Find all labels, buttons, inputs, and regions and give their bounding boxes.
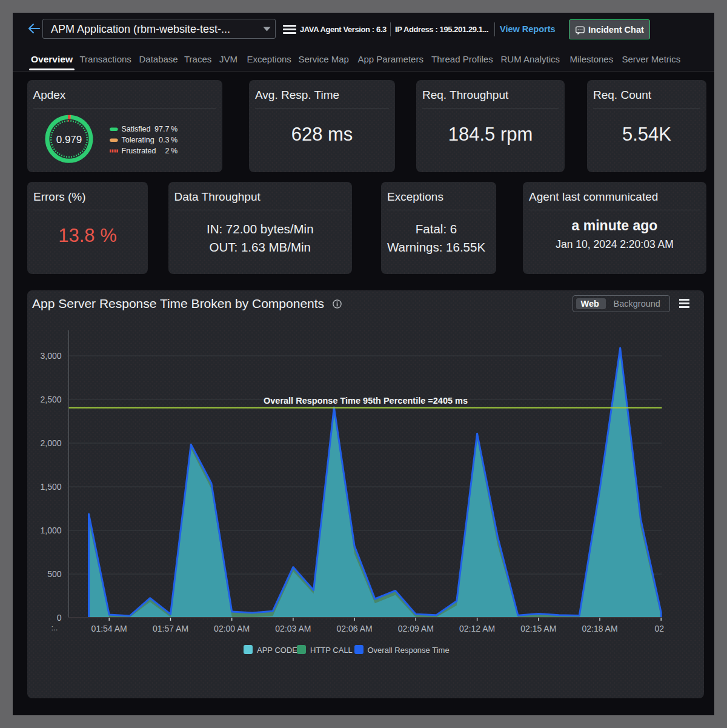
svg-text:02: 02 — [654, 624, 664, 633]
svg-text:02:09 AM: 02:09 AM — [397, 624, 433, 633]
svg-text:02:06 AM: 02:06 AM — [336, 624, 372, 633]
svg-text:Overall Response Time 95th Per: Overall Response Time 95th Percentile =2… — [263, 396, 467, 406]
svg-text:3,000: 3,000 — [40, 351, 61, 361]
svg-text:01:54 AM: 01:54 AM — [91, 624, 127, 633]
svg-text:2,500: 2,500 — [40, 395, 61, 404]
svg-text:1,500: 1,500 — [40, 482, 61, 492]
svg-text:02:15 AM: 02:15 AM — [520, 624, 556, 633]
svg-text:0.979: 0.979 — [56, 134, 82, 145]
svg-text:500: 500 — [47, 569, 62, 579]
svg-text:02:12 AM: 02:12 AM — [459, 624, 495, 633]
svg-text:1,000: 1,000 — [40, 526, 61, 535]
svg-text:02:03 AM: 02:03 AM — [275, 624, 311, 633]
svg-text:2,000: 2,000 — [40, 438, 61, 448]
svg-text:02:18 AM: 02:18 AM — [582, 624, 617, 633]
svg-text:0: 0 — [56, 613, 61, 623]
svg-text::..: :.. — [51, 623, 58, 632]
svg-text:01:57 AM: 01:57 AM — [152, 624, 188, 633]
svg-text:02:00 AM: 02:00 AM — [214, 624, 250, 633]
